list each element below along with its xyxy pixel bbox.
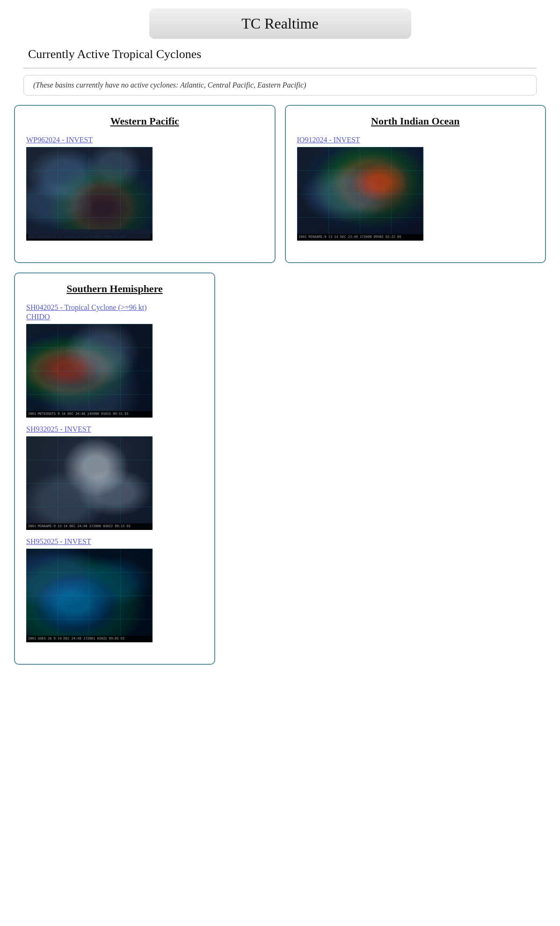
grid-overlay-io	[297, 147, 423, 241]
sh042025-name-link[interactable]: CHIDO	[26, 313, 203, 321]
basins-row: Western Pacific WP962024 - INVEST I001 M…	[14, 105, 546, 263]
north-indian-ocean-title: North Indian Ocean	[297, 115, 534, 127]
sh04-sat-img: I001 METEOSATS 9 14 DEC 24:48 145000 010…	[26, 324, 153, 418]
western-pacific-box: Western Pacific WP962024 - INVEST I001 M…	[14, 105, 276, 263]
sh932025-link[interactable]: SH932025 - INVEST	[26, 425, 203, 434]
grid-overlay-sh93	[26, 436, 153, 530]
southern-hemisphere-row: Southern Hemisphere SH042025 - Tropical …	[14, 272, 546, 665]
grid-overlay-sh95	[26, 549, 153, 642]
sh952025-link[interactable]: SH952025 - INVEST	[26, 537, 203, 546]
north-indian-ocean-box: North Indian Ocean IO912024 - INVEST I00…	[285, 105, 546, 263]
wp962024-link[interactable]: WP962024 - INVEST	[26, 136, 263, 144]
header-bar: TC Realtime	[149, 8, 411, 39]
western-pacific-title: Western Pacific	[26, 115, 263, 127]
southern-hemisphere-box: Southern Hemisphere SH042025 - Tropical …	[14, 272, 215, 665]
divider	[23, 68, 537, 68]
grid-overlay	[26, 147, 153, 241]
sh93-sat-img: I001 MINAAMI-9 13 14 DEC 24:48 172000 03…	[26, 436, 153, 530]
page-subtitle: Currently Active Tropical Cyclones	[28, 47, 560, 61]
wp962024-image: I001 MINAAMI-9 13 14 DEC 23:49 172000 09…	[26, 147, 153, 241]
sh04-img-label: I001 METEOSATS 9 14 DEC 24:48 145000 010…	[26, 411, 153, 418]
io912024-link[interactable]: IO912024 - INVEST	[297, 136, 534, 144]
wp-img-label: I001 MINAAMI-9 13 14 DEC 23:49 172000 09…	[26, 234, 153, 241]
io-sat-img: I001 MINAAMI-9 13 14 DEC 23:49 172000 09…	[297, 147, 423, 241]
io-img-label: I001 MINAAMI-9 13 14 DEC 23:49 172000 09…	[297, 234, 423, 241]
wp-sat-img: I001 MINAAMI-9 13 14 DEC 23:49 172000 09…	[26, 147, 153, 241]
sh042025-link-text: SH042025 - Tropical Cyclone (>=96 kt)	[26, 303, 147, 311]
app-title: TC Realtime	[149, 15, 411, 32]
grid-overlay-sh04	[26, 324, 153, 418]
sh952025-image: I001 GOES-16 9 14 DEC 24:48 172001 03022…	[26, 549, 153, 642]
no-active-text: (These basins currently have no active c…	[33, 81, 306, 89]
no-active-notice: (These basins currently have no active c…	[23, 75, 537, 96]
sh042025-image: I001 METEOSATS 9 14 DEC 24:48 145000 010…	[26, 324, 153, 418]
sh95-img-label: I001 GOES-16 9 14 DEC 24:48 172001 03022…	[26, 636, 153, 642]
sh042025-link[interactable]: SH042025 - Tropical Cyclone (>=96 kt)	[26, 303, 203, 312]
sh932025-image: I001 MINAAMI-9 13 14 DEC 24:48 172000 03…	[26, 436, 153, 530]
sh93-img-label: I001 MINAAMI-9 13 14 DEC 24:48 172000 03…	[26, 523, 153, 530]
southern-hemisphere-title: Southern Hemisphere	[26, 283, 203, 295]
io912024-image: I001 MINAAMI-9 13 14 DEC 23:49 172000 09…	[297, 147, 423, 241]
sh95-sat-img: I001 GOES-16 9 14 DEC 24:48 172001 03022…	[26, 549, 153, 642]
